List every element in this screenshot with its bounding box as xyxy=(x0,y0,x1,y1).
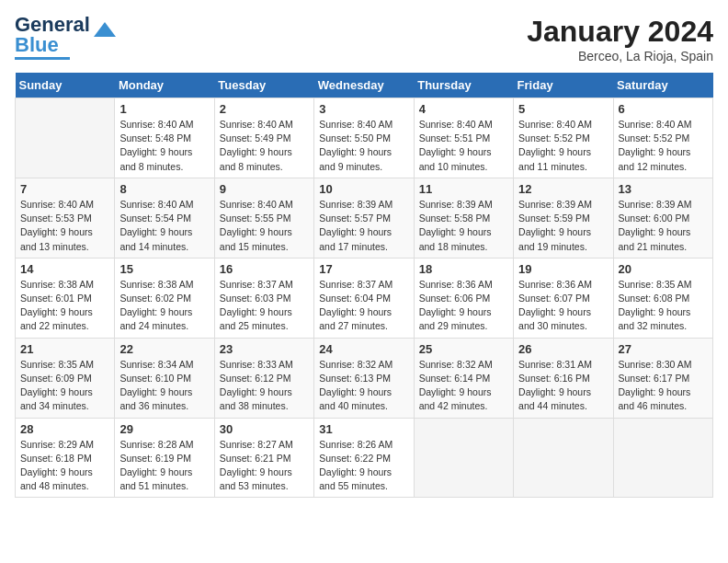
calendar-cell: 3Sunrise: 8:40 AMSunset: 5:50 PMDaylight… xyxy=(314,98,414,178)
day-number: 19 xyxy=(518,262,608,276)
day-info: Sunrise: 8:27 AMSunset: 6:21 PMDaylight:… xyxy=(220,438,309,494)
day-number: 15 xyxy=(119,262,209,276)
day-info: Sunrise: 8:28 AMSunset: 6:19 PMDaylight:… xyxy=(119,438,209,494)
calendar-cell: 20Sunrise: 8:35 AMSunset: 6:08 PMDayligh… xyxy=(613,258,712,338)
day-number: 17 xyxy=(319,262,408,276)
header-cell-friday: Friday xyxy=(514,73,613,98)
calendar-cell xyxy=(414,418,513,498)
calendar-cell xyxy=(613,418,712,498)
calendar-cell: 18Sunrise: 8:36 AMSunset: 6:06 PMDayligh… xyxy=(414,258,513,338)
day-number: 12 xyxy=(518,182,608,196)
header-cell-saturday: Saturday xyxy=(613,73,712,98)
day-number: 2 xyxy=(220,102,309,116)
day-number: 23 xyxy=(220,342,309,356)
day-number: 24 xyxy=(319,342,408,356)
day-number: 16 xyxy=(220,262,309,276)
day-info: Sunrise: 8:32 AMSunset: 6:13 PMDaylight:… xyxy=(319,358,408,414)
calendar-cell: 2Sunrise: 8:40 AMSunset: 5:49 PMDaylight… xyxy=(214,98,313,178)
calendar-cell: 31Sunrise: 8:26 AMSunset: 6:22 PMDayligh… xyxy=(314,418,414,498)
calendar-cell: 4Sunrise: 8:40 AMSunset: 5:51 PMDaylight… xyxy=(414,98,513,178)
day-info: Sunrise: 8:35 AMSunset: 6:09 PMDaylight:… xyxy=(20,358,109,414)
calendar-row: 28Sunrise: 8:29 AMSunset: 6:18 PMDayligh… xyxy=(16,418,713,498)
day-number: 8 xyxy=(119,182,209,196)
day-info: Sunrise: 8:34 AMSunset: 6:10 PMDaylight:… xyxy=(119,358,209,414)
day-info: Sunrise: 8:40 AMSunset: 5:51 PMDaylight:… xyxy=(419,118,508,174)
day-info: Sunrise: 8:35 AMSunset: 6:08 PMDaylight:… xyxy=(619,278,708,334)
title-area: January 2024 Berceo, La Rioja, Spain xyxy=(527,15,713,63)
calendar-body: 1Sunrise: 8:40 AMSunset: 5:48 PMDaylight… xyxy=(16,98,713,498)
day-number: 10 xyxy=(319,182,408,196)
day-number: 29 xyxy=(119,422,209,436)
calendar-cell: 9Sunrise: 8:40 AMSunset: 5:55 PMDaylight… xyxy=(214,178,313,258)
calendar-cell: 19Sunrise: 8:36 AMSunset: 6:07 PMDayligh… xyxy=(514,258,613,338)
header-cell-wednesday: Wednesday xyxy=(314,73,414,98)
day-number: 3 xyxy=(319,102,408,116)
day-number: 6 xyxy=(619,102,708,116)
calendar-cell: 14Sunrise: 8:38 AMSunset: 6:01 PMDayligh… xyxy=(16,258,115,338)
header-cell-monday: Monday xyxy=(115,73,214,98)
calendar-cell: 21Sunrise: 8:35 AMSunset: 6:09 PMDayligh… xyxy=(16,338,115,418)
calendar-cell xyxy=(16,98,115,178)
day-info: Sunrise: 8:33 AMSunset: 6:12 PMDaylight:… xyxy=(220,358,309,414)
day-info: Sunrise: 8:36 AMSunset: 6:07 PMDaylight:… xyxy=(518,278,608,334)
header-cell-sunday: Sunday xyxy=(16,73,115,98)
day-info: Sunrise: 8:37 AMSunset: 6:03 PMDaylight:… xyxy=(220,278,309,334)
header-row: SundayMondayTuesdayWednesdayThursdayFrid… xyxy=(16,73,713,98)
day-info: Sunrise: 8:32 AMSunset: 6:14 PMDaylight:… xyxy=(419,358,508,414)
calendar-cell: 8Sunrise: 8:40 AMSunset: 5:54 PMDaylight… xyxy=(115,178,214,258)
day-number: 11 xyxy=(419,182,508,196)
day-number: 28 xyxy=(20,422,109,436)
calendar-cell: 13Sunrise: 8:39 AMSunset: 6:00 PMDayligh… xyxy=(613,178,712,258)
day-info: Sunrise: 8:39 AMSunset: 5:58 PMDaylight:… xyxy=(419,198,508,254)
day-info: Sunrise: 8:40 AMSunset: 5:48 PMDaylight:… xyxy=(119,118,209,174)
calendar-cell: 25Sunrise: 8:32 AMSunset: 6:14 PMDayligh… xyxy=(414,338,513,418)
day-info: Sunrise: 8:40 AMSunset: 5:52 PMDaylight:… xyxy=(619,118,708,174)
day-number: 31 xyxy=(319,422,408,436)
calendar-cell: 6Sunrise: 8:40 AMSunset: 5:52 PMDaylight… xyxy=(613,98,712,178)
calendar-cell: 30Sunrise: 8:27 AMSunset: 6:21 PMDayligh… xyxy=(214,418,313,498)
header-cell-tuesday: Tuesday xyxy=(214,73,313,98)
calendar-cell: 22Sunrise: 8:34 AMSunset: 6:10 PMDayligh… xyxy=(115,338,214,418)
day-info: Sunrise: 8:40 AMSunset: 5:52 PMDaylight:… xyxy=(518,118,608,174)
logo-text: GeneralBlue xyxy=(15,15,90,55)
calendar-row: 1Sunrise: 8:40 AMSunset: 5:48 PMDaylight… xyxy=(16,98,713,178)
day-number: 13 xyxy=(619,182,708,196)
day-number: 18 xyxy=(419,262,508,276)
calendar-header: SundayMondayTuesdayWednesdayThursdayFrid… xyxy=(16,73,713,98)
calendar-cell: 10Sunrise: 8:39 AMSunset: 5:57 PMDayligh… xyxy=(314,178,414,258)
day-number: 25 xyxy=(419,342,508,356)
calendar-table: SundayMondayTuesdayWednesdayThursdayFrid… xyxy=(15,73,713,498)
calendar-cell: 1Sunrise: 8:40 AMSunset: 5:48 PMDaylight… xyxy=(115,98,214,178)
day-info: Sunrise: 8:40 AMSunset: 5:54 PMDaylight:… xyxy=(119,198,209,254)
day-number: 30 xyxy=(220,422,309,436)
calendar-cell xyxy=(514,418,613,498)
day-info: Sunrise: 8:30 AMSunset: 6:17 PMDaylight:… xyxy=(619,358,708,414)
day-info: Sunrise: 8:37 AMSunset: 6:04 PMDaylight:… xyxy=(319,278,408,334)
day-info: Sunrise: 8:31 AMSunset: 6:16 PMDaylight:… xyxy=(518,358,608,414)
calendar-row: 21Sunrise: 8:35 AMSunset: 6:09 PMDayligh… xyxy=(16,338,713,418)
day-info: Sunrise: 8:40 AMSunset: 5:49 PMDaylight:… xyxy=(220,118,309,174)
day-number: 26 xyxy=(518,342,608,356)
day-info: Sunrise: 8:38 AMSunset: 6:02 PMDaylight:… xyxy=(119,278,209,334)
calendar-cell: 29Sunrise: 8:28 AMSunset: 6:19 PMDayligh… xyxy=(115,418,214,498)
calendar-cell: 12Sunrise: 8:39 AMSunset: 5:59 PMDayligh… xyxy=(514,178,613,258)
day-number: 22 xyxy=(119,342,209,356)
calendar-cell: 7Sunrise: 8:40 AMSunset: 5:53 PMDaylight… xyxy=(16,178,115,258)
day-info: Sunrise: 8:29 AMSunset: 6:18 PMDaylight:… xyxy=(20,438,109,494)
calendar-cell: 15Sunrise: 8:38 AMSunset: 6:02 PMDayligh… xyxy=(115,258,214,338)
header: GeneralBlue January 2024 Berceo, La Rioj… xyxy=(15,15,713,63)
day-info: Sunrise: 8:40 AMSunset: 5:53 PMDaylight:… xyxy=(20,198,109,254)
calendar-cell: 26Sunrise: 8:31 AMSunset: 6:16 PMDayligh… xyxy=(514,338,613,418)
day-number: 4 xyxy=(419,102,508,116)
location-subtitle: Berceo, La Rioja, Spain xyxy=(527,49,713,63)
svg-marker-0 xyxy=(94,22,116,37)
calendar-cell: 27Sunrise: 8:30 AMSunset: 6:17 PMDayligh… xyxy=(613,338,712,418)
day-number: 27 xyxy=(619,342,708,356)
day-number: 7 xyxy=(20,182,109,196)
day-info: Sunrise: 8:39 AMSunset: 5:57 PMDaylight:… xyxy=(319,198,408,254)
calendar-cell: 5Sunrise: 8:40 AMSunset: 5:52 PMDaylight… xyxy=(514,98,613,178)
day-number: 21 xyxy=(20,342,109,356)
calendar-row: 7Sunrise: 8:40 AMSunset: 5:53 PMDaylight… xyxy=(16,178,713,258)
calendar-row: 14Sunrise: 8:38 AMSunset: 6:01 PMDayligh… xyxy=(16,258,713,338)
calendar-cell: 28Sunrise: 8:29 AMSunset: 6:18 PMDayligh… xyxy=(16,418,115,498)
